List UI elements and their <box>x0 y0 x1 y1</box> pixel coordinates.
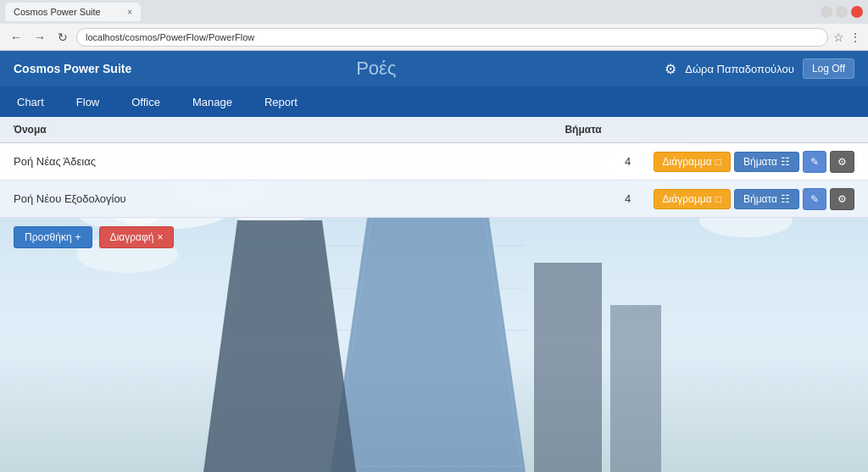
steps-label-2: Βήματα <box>743 193 777 205</box>
user-name: Δώρα Παπαδοπούλου <box>685 63 794 75</box>
diagram-icon-2: □ <box>715 193 721 205</box>
logout-button[interactable]: Log Off <box>803 58 854 79</box>
browser-tab[interactable]: Cosmos Power Suite × <box>5 3 141 21</box>
minimize-button[interactable] <box>821 6 832 18</box>
delete-button-2[interactable]: ⚙ <box>830 188 854 210</box>
diagram-button-2[interactable]: Διάγραμμα □ <box>654 189 731 209</box>
app-header: Cosmos Power Suite Ροές ⚙ Δώρα Παπαδοπού… <box>0 51 868 86</box>
app-logo: Cosmos Power Suite <box>14 62 322 75</box>
diagram-button-1[interactable]: Διάγραμμα □ <box>654 152 731 172</box>
svg-rect-20 <box>610 305 661 472</box>
steps-label-1: Βήματα <box>743 156 777 168</box>
col-steps-header: Βήματα <box>498 124 668 136</box>
forward-button[interactable]: → <box>31 29 49 46</box>
app-nav: Chart Flow Office Manage Report <box>0 86 868 117</box>
delete-button-1[interactable]: ⚙ <box>830 151 854 173</box>
tab-title: Cosmos Power Suite <box>14 7 120 17</box>
row-steps-2: 4 <box>603 192 654 205</box>
bookmark-icon[interactable]: ☆ <box>833 31 844 44</box>
row-steps-1: 4 <box>603 155 654 168</box>
back-button[interactable]: ← <box>7 29 25 46</box>
maximize-button[interactable] <box>836 6 848 18</box>
page-title: Ροές <box>356 58 665 80</box>
table-container: Όνομα Βήματα Ροή Νέας Άδειας 4 Διάγραμμα… <box>0 117 868 218</box>
steps-button-2[interactable]: Βήματα ☷ <box>734 189 799 209</box>
nav-item-manage[interactable]: Manage <box>189 89 236 115</box>
diagram-label-2: Διάγραμμα <box>663 193 712 205</box>
extensions-icon[interactable]: ⋮ <box>849 31 861 44</box>
table-row: Ροή Νέου Εξοδολογίου 4 Διάγραμμα □ Βήματ… <box>0 180 868 218</box>
delete-all-button[interactable]: Διαγραφή × <box>99 226 175 248</box>
svg-marker-17 <box>203 220 356 472</box>
tab-close-icon[interactable]: × <box>127 8 132 17</box>
row-name-1: Ροή Νέας Άδειας <box>14 155 603 168</box>
times-icon: × <box>157 231 163 243</box>
svg-rect-19 <box>534 263 602 472</box>
nav-item-report[interactable]: Report <box>261 89 301 115</box>
table-row: Ροή Νέας Άδειας 4 Διάγραμμα □ Βήματα ☷ ✎… <box>0 143 868 180</box>
close-button[interactable] <box>851 6 863 18</box>
row-name-2: Ροή Νέου Εξοδολογίου <box>14 192 603 205</box>
nav-item-chart[interactable]: Chart <box>14 89 47 115</box>
diagram-icon-1: □ <box>715 156 721 168</box>
edit-button-1[interactable]: ✎ <box>803 151 826 173</box>
nav-item-flow[interactable]: Flow <box>73 89 103 115</box>
add-button[interactable]: Προσθήκη + <box>14 226 92 248</box>
row-actions-2: Διάγραμμα □ Βήματα ☷ ✎ ⚙ <box>654 188 854 210</box>
table-header: Όνομα Βήματα <box>0 117 868 143</box>
plus-icon: + <box>75 231 81 243</box>
bottom-actions: Προσθήκη + Διαγραφή × <box>0 218 868 257</box>
steps-icon-2: ☷ <box>781 193 790 205</box>
delete-label: Διαγραφή <box>110 231 154 243</box>
row-actions-1: Διάγραμμα □ Βήματα ☷ ✎ ⚙ <box>654 151 854 173</box>
col-name-header: Όνομα <box>14 124 498 136</box>
content-area: Όνομα Βήματα Ροή Νέας Άδειας 4 Διάγραμμα… <box>0 117 868 257</box>
steps-icon-1: ☷ <box>781 156 790 168</box>
diagram-label-1: Διάγραμμα <box>663 156 712 168</box>
header-right: ⚙ Δώρα Παπαδοπούλου Log Off <box>665 58 854 79</box>
reload-button[interactable]: ↻ <box>54 29 71 46</box>
window-controls <box>821 6 863 18</box>
nav-item-office[interactable]: Office <box>128 89 164 115</box>
steps-button-1[interactable]: Βήματα ☷ <box>734 152 799 172</box>
gear-icon[interactable]: ⚙ <box>665 61 676 77</box>
address-bar[interactable] <box>76 28 828 47</box>
add-label: Προσθήκη <box>25 231 72 243</box>
edit-button-2[interactable]: ✎ <box>803 188 826 210</box>
